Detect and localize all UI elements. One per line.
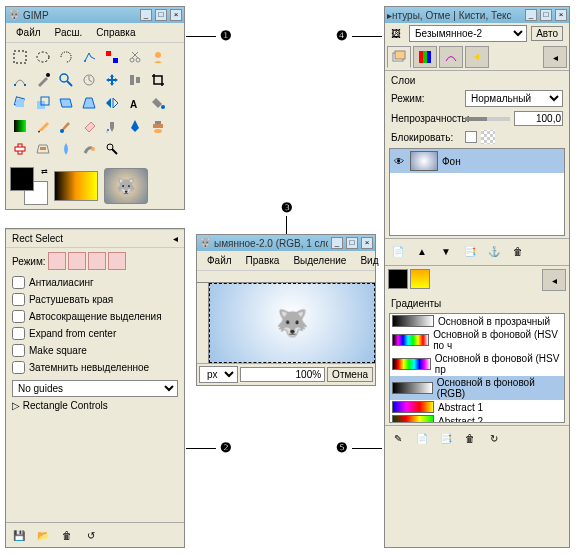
swap-colors-icon[interactable]: ⇄: [41, 167, 48, 176]
tool-ellipse-select[interactable]: [32, 46, 54, 68]
gradient-row[interactable]: Abstract 2: [390, 414, 564, 423]
opacity-input[interactable]: [514, 111, 563, 126]
visibility-icon[interactable]: 👁: [392, 154, 406, 168]
swatch-black[interactable]: [388, 269, 408, 289]
tab-menu-icon[interactable]: ◂: [543, 46, 567, 68]
dock-titlebar[interactable]: ▸нтуры, Отменить | Кисти, Текс _ □ ×: [385, 7, 569, 23]
maximize-button[interactable]: □: [540, 9, 552, 21]
duplicate-gradient-button[interactable]: 📑: [436, 429, 456, 447]
ruler-vertical[interactable]: [197, 283, 209, 363]
ruler-horizontal[interactable]: [197, 271, 375, 283]
guides-select[interactable]: No guides: [12, 380, 178, 397]
tool-blend[interactable]: [9, 115, 31, 137]
tool-dodge[interactable]: [101, 138, 123, 160]
new-gradient-button[interactable]: 📄: [412, 429, 432, 447]
check-square[interactable]: Make square: [12, 342, 178, 359]
tool-flip[interactable]: [101, 92, 123, 114]
close-button[interactable]: ×: [361, 237, 373, 249]
mode-replace[interactable]: [48, 252, 66, 270]
check-expand[interactable]: Expand from center: [12, 325, 178, 342]
delete-gradient-button[interactable]: 🗑: [460, 429, 480, 447]
tool-blur[interactable]: [55, 138, 77, 160]
tool-pencil[interactable]: [32, 115, 54, 137]
tool-rotate[interactable]: [9, 92, 31, 114]
menu-help[interactable]: Справка: [90, 25, 141, 40]
rectangle-controls[interactable]: ▷ Rectangle Controls: [12, 397, 178, 414]
check-antialias[interactable]: Антиалиасинг: [12, 274, 178, 291]
image-selector[interactable]: Безымянное-2: [409, 25, 527, 42]
minimize-button[interactable]: _: [331, 237, 343, 249]
zoom-display[interactable]: 100%: [240, 367, 325, 382]
expand-checkbox[interactable]: [12, 327, 25, 340]
tab-paths[interactable]: [439, 46, 463, 68]
mode-intersect[interactable]: [108, 252, 126, 270]
tool-text[interactable]: A: [124, 92, 146, 114]
maximize-button[interactable]: □: [155, 9, 167, 21]
mode-select[interactable]: Нормальный: [465, 90, 563, 107]
tool-perspective[interactable]: [78, 92, 100, 114]
menu-edit[interactable]: Правка: [240, 253, 286, 268]
delete-options-button[interactable]: 🗑: [57, 526, 77, 544]
fg-bg-swatch[interactable]: ⇄: [10, 167, 48, 205]
close-button[interactable]: ×: [170, 9, 182, 21]
gradient-row[interactable]: Основной в прозрачный: [390, 314, 564, 328]
layer-name[interactable]: Фон: [442, 156, 461, 167]
minimize-button[interactable]: _: [525, 9, 537, 21]
layer-row[interactable]: 👁 Фон: [390, 149, 564, 173]
duplicate-layer-button[interactable]: 📑: [460, 242, 480, 260]
tool-by-color-select[interactable]: [101, 46, 123, 68]
tab-channels[interactable]: [413, 46, 437, 68]
gradient-row[interactable]: Основной в фоновой (HSV пр: [390, 352, 564, 376]
tool-zoom[interactable]: [55, 69, 77, 91]
tool-paths[interactable]: [9, 69, 31, 91]
tool-foreground-select[interactable]: [147, 46, 169, 68]
tab-layers[interactable]: [387, 46, 411, 68]
menu-select[interactable]: Выделение: [287, 253, 352, 268]
check-highlight[interactable]: Затемнить невыделенное: [12, 359, 178, 376]
layer-thumb[interactable]: [410, 151, 438, 171]
gradient-row[interactable]: Основной в фоновой (RGB): [390, 376, 564, 400]
fg-color[interactable]: [10, 167, 34, 191]
unit-select[interactable]: px: [199, 366, 238, 383]
cancel-button[interactable]: Отмена: [327, 367, 373, 382]
gradient-list[interactable]: Основной в прозрачныйОсновной в фоновой …: [389, 313, 565, 423]
tab-menu-icon[interactable]: ◂: [542, 269, 566, 291]
tool-measure[interactable]: [78, 69, 100, 91]
mode-add[interactable]: [68, 252, 86, 270]
tool-ink[interactable]: [124, 115, 146, 137]
tool-perspective-clone[interactable]: [32, 138, 54, 160]
anchor-layer-button[interactable]: ⚓: [484, 242, 504, 260]
tool-shear[interactable]: [55, 92, 77, 114]
minimize-button[interactable]: _: [140, 9, 152, 21]
auto-button[interactable]: Авто: [531, 26, 563, 41]
tool-clone[interactable]: [147, 115, 169, 137]
tool-free-select[interactable]: [55, 46, 77, 68]
tool-color-picker[interactable]: [32, 69, 54, 91]
tool-rect-select[interactable]: [9, 46, 31, 68]
mode-subtract[interactable]: [88, 252, 106, 270]
restore-options-button[interactable]: 📂: [33, 526, 53, 544]
tool-bucket-fill[interactable]: [147, 92, 169, 114]
new-layer-button[interactable]: 📄: [388, 242, 408, 260]
check-feather[interactable]: Растушевать края: [12, 291, 178, 308]
tool-eraser[interactable]: [78, 115, 100, 137]
tool-fuzzy-select[interactable]: [78, 46, 100, 68]
close-button[interactable]: ×: [555, 9, 567, 21]
tool-align[interactable]: [124, 69, 146, 91]
menu-file[interactable]: Файл: [201, 253, 238, 268]
active-image-preview[interactable]: 🐺: [104, 168, 148, 204]
edit-gradient-button[interactable]: ✎: [388, 429, 408, 447]
tab-undo[interactable]: [465, 46, 489, 68]
menu-file[interactable]: Файл: [10, 25, 47, 40]
canvas-area[interactable]: 🐺: [209, 283, 375, 363]
image-titlebar[interactable]: 🐺 ымянное-2.0 (RGB, 1 слой) 10 _ □ ×: [197, 235, 375, 251]
menu-view[interactable]: Вид: [354, 253, 384, 268]
menu-ext[interactable]: Расш.: [49, 25, 89, 40]
rect-select-header[interactable]: Rect Select ◂: [6, 229, 184, 248]
square-checkbox[interactable]: [12, 344, 25, 357]
feather-checkbox[interactable]: [12, 293, 25, 306]
lower-layer-button[interactable]: ▼: [436, 242, 456, 260]
tool-move[interactable]: [101, 69, 123, 91]
check-autoshrink[interactable]: Автосокращение выделения: [12, 308, 178, 325]
tool-crop[interactable]: [147, 69, 169, 91]
